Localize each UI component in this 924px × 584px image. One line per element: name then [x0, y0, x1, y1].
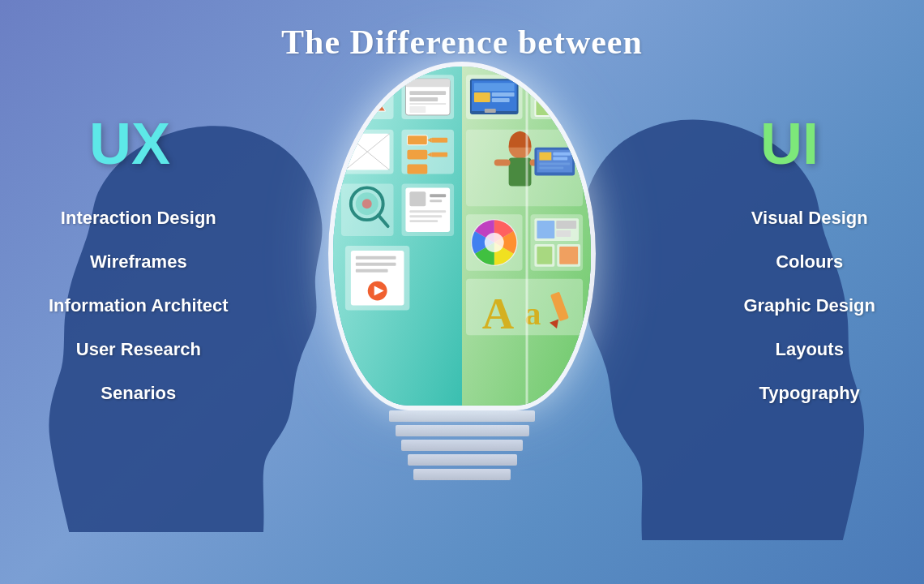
svg-rect-6: [405, 79, 450, 87]
svg-rect-64: [509, 158, 532, 187]
svg-rect-8: [409, 97, 438, 101]
svg-rect-39: [356, 256, 396, 260]
svg-rect-50: [492, 92, 515, 97]
base-stripe-2: [396, 425, 529, 436]
ux-items-list: Interaction Design Wireframes Informatio…: [49, 208, 229, 404]
svg-rect-33: [430, 200, 442, 202]
ui-item-layouts: Layouts: [743, 339, 875, 360]
bulb-divider: [525, 67, 528, 406]
svg-rect-20: [407, 150, 427, 160]
svg-rect-40: [356, 263, 396, 266]
svg-point-28: [362, 199, 372, 208]
svg-rect-81: [556, 230, 571, 237]
bulb-base: [389, 409, 535, 482]
ux-item-senarios: Senarios: [49, 383, 229, 404]
svg-rect-61: [558, 109, 571, 113]
ui-item-visual-design: Visual Design: [743, 208, 875, 229]
svg-rect-71: [553, 157, 567, 161]
svg-rect-51: [492, 98, 510, 102]
svg-rect-72: [539, 163, 570, 165]
bulb-left-ux: [333, 67, 462, 406]
lightbulb-container: A a: [316, 62, 608, 516]
ux-item-information-architect: Information Architect: [49, 295, 229, 316]
svg-rect-41: [356, 269, 388, 273]
svg-rect-56: [554, 80, 577, 87]
svg-rect-79: [537, 221, 554, 238]
ui-item-colours: Colours: [743, 251, 875, 273]
ux-item-user-research: User Research: [49, 339, 229, 360]
svg-rect-19: [431, 138, 447, 143]
lightbulb-body: A a: [328, 62, 596, 410]
ui-item-graphic-design: Graphic Design: [743, 295, 875, 316]
svg-point-15: [349, 138, 357, 146]
ux-item-interaction-design: Interaction Design: [49, 208, 229, 229]
base-stripe-3: [401, 440, 523, 451]
svg-rect-7: [409, 91, 446, 95]
svg-rect-69: [539, 152, 551, 161]
bulb-right-ui: A a: [462, 67, 591, 406]
svg-rect-36: [409, 220, 438, 222]
svg-rect-31: [409, 191, 426, 206]
svg-rect-34: [409, 210, 446, 213]
svg-rect-17: [407, 135, 427, 145]
base-stripe-4: [408, 454, 517, 466]
svg-text:A: A: [482, 289, 515, 338]
svg-rect-85: [559, 247, 578, 264]
svg-rect-80: [556, 221, 576, 229]
ux-item-wireframes: Wireframes: [49, 251, 229, 273]
svg-rect-22: [431, 152, 447, 157]
svg-rect-59: [536, 101, 556, 115]
svg-rect-52: [485, 109, 496, 113]
ux-label: UX: [89, 110, 170, 177]
svg-rect-73: [539, 167, 563, 170]
svg-rect-57: [554, 88, 570, 92]
svg-rect-70: [553, 152, 571, 156]
svg-rect-23: [407, 165, 427, 174]
svg-rect-48: [474, 83, 515, 91]
main-content: UX UI Interaction Design Wireframes Info…: [0, 70, 924, 581]
ui-items-list: Visual Design Colours Graphic Design Lay…: [743, 208, 875, 404]
svg-rect-60: [558, 101, 576, 107]
base-stripe-1: [389, 410, 535, 422]
svg-rect-65: [494, 160, 511, 166]
svg-rect-83: [537, 247, 552, 264]
svg-rect-32: [430, 194, 446, 197]
svg-point-3: [362, 78, 372, 88]
svg-rect-49: [474, 92, 490, 102]
svg-rect-35: [409, 215, 442, 217]
svg-point-76: [485, 233, 504, 252]
svg-rect-10: [409, 106, 426, 113]
page-title: The Difference between: [0, 0, 924, 62]
svg-rect-55: [536, 80, 552, 95]
base-stripe-5: [413, 469, 511, 480]
ui-item-typography: Typography: [743, 383, 875, 404]
ui-label: UI: [760, 110, 819, 177]
